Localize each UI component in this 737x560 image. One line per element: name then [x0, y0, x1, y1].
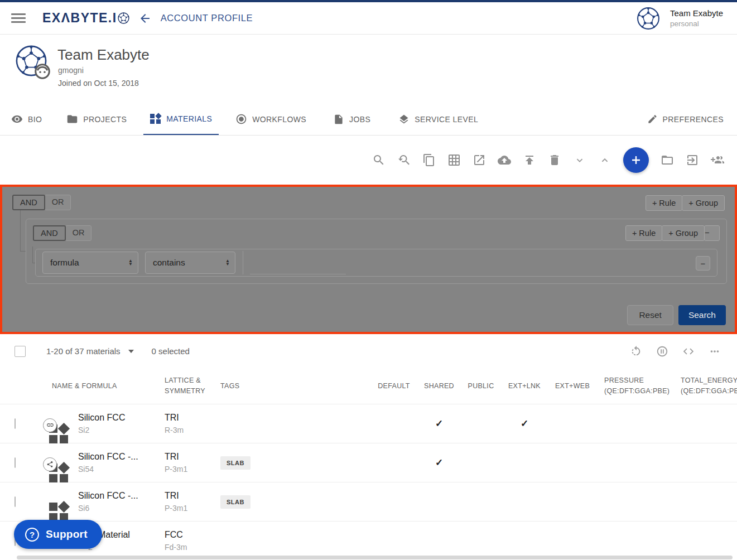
search-button[interactable]: Search [678, 305, 726, 325]
refresh-icon[interactable] [629, 345, 643, 358]
rule-operator-value: contains [153, 258, 185, 268]
column-header-name-formula: NAME & FORMULA [35, 381, 152, 392]
folder-icon [66, 113, 78, 125]
caret-down-icon [128, 350, 134, 353]
column-header-ext-web: EXT+WEB [547, 381, 598, 392]
inner-and-or-toggle: AND OR [33, 225, 91, 241]
folder-icon[interactable] [661, 153, 674, 167]
remove-group-button[interactable]: − [704, 225, 720, 241]
more-horiz-icon[interactable] [708, 345, 721, 358]
question-icon: ? [25, 528, 39, 542]
profile-joined-date: Joined on Oct 15, 2018 [58, 79, 139, 88]
materials-toolbar [0, 136, 737, 185]
pagination-dropdown[interactable]: 1-20 of 37 materials [46, 346, 134, 356]
open-in-new-icon[interactable] [473, 153, 486, 167]
tab-label: SERVICE LEVEL [415, 115, 478, 124]
or-button[interactable]: OR [65, 225, 92, 241]
table-row[interactable]: Material 2 FCCFd-3m [0, 522, 737, 560]
back-arrow-icon[interactable] [138, 12, 152, 25]
remove-rule-button[interactable]: − [696, 256, 710, 271]
tab-projects[interactable]: PROJECTS [60, 103, 133, 135]
profile-name: Team Exabyte [57, 46, 150, 64]
tab-materials[interactable]: MATERIALS [143, 103, 219, 135]
tab-label: BIO [28, 115, 42, 124]
grid-icon[interactable] [447, 153, 461, 167]
profile-tabs: BIO PROJECTS MATERIALS WORKFLOWS JOBS SE… [0, 103, 737, 136]
chevron-up-icon[interactable] [598, 153, 611, 167]
name-formula-cell: Silicon FCC Si2 [78, 413, 152, 434]
material-formula: Si6 [78, 504, 152, 512]
column-header-default: DEFAULT [369, 381, 418, 392]
and-button[interactable]: AND [33, 225, 66, 241]
publish-icon[interactable] [523, 153, 536, 167]
copy-icon[interactable] [422, 153, 436, 167]
select-all-checkbox[interactable] [15, 346, 26, 357]
shared-check: ✓ [418, 457, 460, 469]
list-controls: 1-20 of 37 materials 0 selected [0, 334, 737, 368]
layers-icon [398, 114, 410, 125]
column-header-lattice-symmetry: LATTICE & SYMMETRY [152, 375, 208, 397]
tab-bio[interactable]: BIO [4, 103, 49, 135]
add-group-button[interactable]: + Group [682, 195, 725, 211]
chevron-down-icon[interactable] [573, 153, 586, 167]
column-header-ext-lnk: EXT+LNK [502, 381, 547, 392]
rule-field-select[interactable]: formula ▲▼ [42, 252, 138, 274]
select-arrows-icon: ▲▼ [128, 259, 133, 266]
horizontal-scrollbar[interactable] [17, 556, 733, 559]
tab-label: PREFERENCES [663, 115, 724, 124]
search-history-icon[interactable] [397, 153, 411, 167]
outer-group-actions: + Rule + Group [646, 195, 725, 211]
app-bar: EXΛBYTE.I ACCOUNT PROFILE [0, 2, 737, 35]
table-row[interactable]: Silicon FCC Si2 TRIR-3m ✓ ✓ [0, 404, 737, 443]
account-profile-page: EXΛBYTE.I ACCOUNT PROFILE [0, 0, 737, 560]
material-name: Silicon FCC -... [78, 452, 152, 461]
profile-handle: gmogni [58, 66, 84, 75]
search-icon[interactable] [372, 153, 386, 167]
cloud-upload-icon[interactable] [498, 153, 511, 167]
support-button[interactable]: ? Support [14, 520, 102, 549]
lattice-cell: FCCFd-3m [152, 530, 208, 551]
menu-icon[interactable] [11, 11, 27, 25]
account-scope: personal [670, 20, 723, 28]
account-chip[interactable]: Team Exabyte personal [637, 7, 723, 30]
column-header-pressure: PRESSURE(QE:DFT:GGA:PBE) [598, 375, 675, 397]
add-rule-button[interactable]: + Rule [625, 225, 662, 241]
tab-workflows[interactable]: WORKFLOWS [229, 103, 313, 135]
exit-to-app-icon[interactable] [686, 153, 699, 167]
ext-lnk-check: ✓ [502, 418, 547, 429]
pause-circle-icon[interactable] [656, 345, 669, 358]
code-icon[interactable] [682, 345, 695, 358]
row-checkbox[interactable] [15, 496, 16, 507]
pencil-icon [647, 114, 658, 124]
row-checkbox[interactable] [15, 418, 16, 429]
group-add-icon[interactable] [711, 153, 724, 167]
tags-cell: SLAB [208, 495, 369, 509]
reset-button[interactable]: Reset [627, 305, 673, 325]
add-group-button[interactable]: + Group [662, 225, 705, 241]
add-fab-icon[interactable] [623, 147, 649, 173]
rule-value-input[interactable] [250, 260, 346, 274]
table-row[interactable]: Silicon FCC -... Si6 TRIP-3m1 SLAB [0, 482, 737, 522]
file-icon [333, 114, 344, 125]
table-row[interactable]: Silicon FCC -... Si54 TRIP-3m1 SLAB ✓ [0, 443, 737, 482]
selected-count: 0 selected [152, 346, 190, 356]
tab-preferences[interactable]: PREFERENCES [640, 103, 730, 135]
group-connector-line [20, 210, 26, 252]
delete-icon[interactable] [548, 153, 561, 167]
row-checkbox[interactable] [15, 457, 16, 468]
rule-operator-select[interactable]: contains ▲▼ [145, 252, 235, 274]
tab-label: PROJECTS [83, 115, 127, 124]
page-title: ACCOUNT PROFILE [161, 13, 253, 23]
material-name: Silicon FCC -... [78, 491, 152, 500]
nested-rule-group: AND OR + Rule + Group − formula ▲▼ conta… [26, 219, 727, 284]
and-button[interactable]: AND [12, 195, 45, 210]
eye-icon [11, 113, 23, 125]
or-button[interactable]: OR [45, 195, 71, 210]
soccer-ball-logo-icon [118, 12, 129, 24]
add-rule-button[interactable]: + Rule [646, 195, 682, 211]
name-formula-cell: Silicon FCC -... Si54 [78, 452, 152, 473]
tab-service-level[interactable]: SERVICE LEVEL [392, 103, 485, 135]
lattice-cell: TRIR-3m [152, 413, 208, 434]
exabyte-logo[interactable]: EXΛBYTE.I [42, 11, 129, 26]
tab-jobs[interactable]: JOBS [326, 103, 377, 135]
